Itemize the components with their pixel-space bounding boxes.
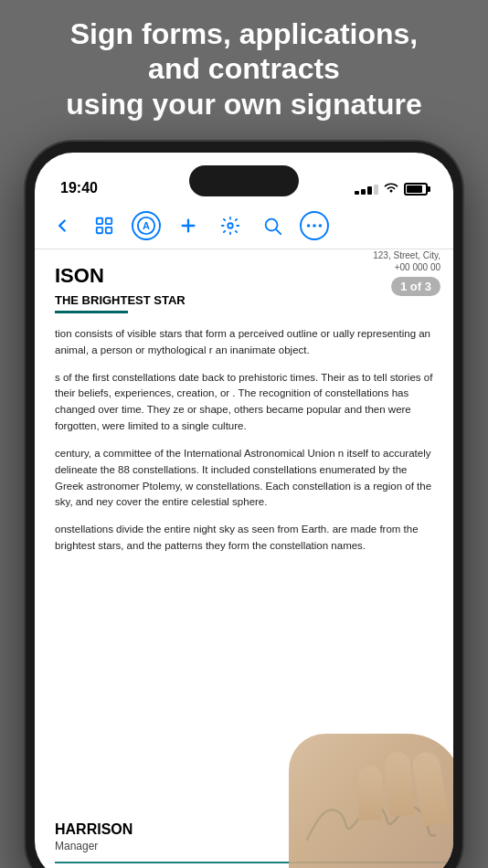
annotate-button[interactable]: A xyxy=(132,211,161,240)
wifi-icon xyxy=(384,182,398,196)
status-time: 19:40 xyxy=(60,180,98,196)
doc-paragraph-1: tion consists of visible stars that form… xyxy=(55,326,433,359)
page-badge: 1 of 3 xyxy=(391,277,440,296)
doc-underline xyxy=(55,311,128,313)
svg-point-8 xyxy=(228,223,233,228)
settings-button[interactable] xyxy=(216,211,245,240)
role-m-icon: M xyxy=(55,840,64,852)
dynamic-island xyxy=(189,165,299,196)
hand-overlay xyxy=(289,734,453,868)
svg-text:A: A xyxy=(143,219,150,230)
grid-button[interactable] xyxy=(90,211,119,240)
app-headline: Sign forms, applications, and contracts … xyxy=(0,16,488,122)
svg-point-13 xyxy=(319,224,323,228)
phone-mockup: 19:40 xyxy=(26,142,462,868)
signal-icon xyxy=(355,185,378,195)
svg-rect-3 xyxy=(106,227,111,232)
phone-frame: 19:40 xyxy=(26,142,462,868)
address-text: 123, Street, City, +00 000 00 xyxy=(373,249,440,273)
svg-rect-0 xyxy=(97,217,102,223)
doc-paragraph-2: s of the first constellations date back … xyxy=(55,370,433,435)
svg-point-11 xyxy=(307,224,311,228)
toolbar: A xyxy=(35,202,453,249)
svg-line-10 xyxy=(276,229,281,234)
phone-screen: 19:40 xyxy=(35,153,453,868)
svg-point-12 xyxy=(313,224,316,228)
doc-paragraph-3: century, a committee of the Internationa… xyxy=(55,446,433,511)
svg-rect-2 xyxy=(97,227,102,232)
search-button[interactable] xyxy=(258,211,287,240)
page-area: 123, Street, City, +00 000 00 1 of 3 xyxy=(373,249,440,296)
svg-rect-1 xyxy=(106,217,111,223)
more-button[interactable] xyxy=(300,211,329,240)
headline-line2: and contracts xyxy=(148,52,340,85)
back-button[interactable] xyxy=(48,211,77,240)
doc-paragraph-4: onstellations divide the entire night sk… xyxy=(55,522,433,555)
headline-line1: Sign forms, applications, xyxy=(70,17,419,50)
add-button[interactable] xyxy=(174,211,203,240)
battery-icon xyxy=(404,183,428,196)
status-icons xyxy=(355,182,428,196)
headline-line3: using your own signature xyxy=(66,88,421,121)
